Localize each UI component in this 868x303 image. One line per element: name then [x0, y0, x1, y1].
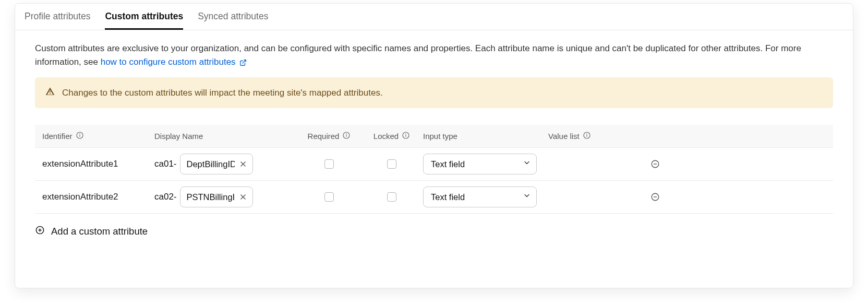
- content-area: Custom attributes are exclusive to your …: [15, 30, 853, 251]
- cell-actions: [640, 159, 671, 169]
- display-name-input-wrapper: [180, 154, 253, 174]
- info-icon[interactable]: [402, 131, 410, 141]
- display-name-input[interactable]: [187, 159, 235, 169]
- col-identifier: Identifier: [42, 131, 154, 141]
- col-locked-label: Locked: [373, 132, 399, 141]
- add-custom-attribute-button[interactable]: Add a custom attribute: [35, 214, 833, 238]
- cell-locked: [360, 192, 423, 202]
- cell-actions: [640, 192, 671, 202]
- tabs-bar: Profile attributes Custom attributes Syn…: [15, 4, 853, 30]
- chevron-down-icon: [523, 159, 531, 170]
- svg-point-6: [346, 134, 347, 134]
- table-header: Identifier Display Name Required: [35, 125, 833, 148]
- svg-point-3: [79, 134, 80, 134]
- col-value-list-label: Value list: [548, 132, 580, 141]
- learn-more-link-text: how to configure custom attributes: [101, 57, 236, 67]
- input-type-select[interactable]: Text field: [423, 187, 537, 207]
- tab-synced-attributes[interactable]: Synced attributes: [198, 11, 268, 30]
- description-text: Custom attributes are exclusive to your …: [35, 30, 833, 77]
- info-icon[interactable]: [342, 131, 351, 141]
- cell-identifier: extensionAttribute1: [42, 159, 154, 169]
- cell-required: [298, 192, 360, 202]
- svg-point-12: [586, 134, 587, 134]
- display-name-input-wrapper: [180, 187, 253, 207]
- col-input-type: Input type: [423, 131, 548, 141]
- learn-more-link[interactable]: how to configure custom attributes: [101, 57, 247, 67]
- display-name-input[interactable]: [187, 192, 235, 202]
- clear-icon[interactable]: [238, 159, 248, 169]
- cell-display-name: ca01-: [154, 154, 298, 174]
- col-required-label: Required: [308, 132, 340, 141]
- remove-row-button[interactable]: [650, 192, 660, 202]
- info-icon[interactable]: [76, 131, 84, 141]
- col-identifier-label: Identifier: [42, 132, 73, 141]
- cell-display-name: ca02-: [154, 187, 298, 207]
- required-checkbox[interactable]: [324, 192, 334, 202]
- display-name-prefix: ca01-: [154, 159, 177, 169]
- cell-input-type: Text field: [423, 154, 548, 174]
- cell-required: [298, 159, 360, 169]
- locked-checkbox[interactable]: [387, 192, 396, 202]
- tab-profile-attributes[interactable]: Profile attributes: [25, 11, 90, 30]
- cell-identifier: extensionAttribute2: [42, 192, 154, 202]
- table-row: extensionAttribute2 ca02-: [35, 181, 833, 214]
- input-type-value: Text field: [431, 159, 465, 169]
- chevron-down-icon: [523, 192, 531, 203]
- locked-checkbox[interactable]: [387, 159, 396, 169]
- cell-input-type: Text field: [423, 187, 548, 207]
- svg-line-0: [243, 60, 246, 63]
- col-actions: [640, 131, 671, 141]
- display-name-prefix: ca02-: [154, 192, 177, 202]
- col-value-list: Value list: [548, 131, 640, 141]
- warning-icon: [45, 87, 55, 99]
- col-locked: Locked: [360, 131, 423, 141]
- cell-locked: [360, 159, 423, 169]
- info-icon[interactable]: [583, 131, 591, 141]
- table-row: extensionAttribute1 ca01-: [35, 148, 833, 181]
- svg-point-9: [406, 134, 406, 134]
- col-display-name: Display Name: [154, 131, 298, 141]
- col-input-type-label: Input type: [423, 132, 457, 141]
- col-display-name-label: Display Name: [154, 132, 203, 141]
- tab-custom-attributes[interactable]: Custom attributes: [105, 11, 183, 30]
- col-required: Required: [298, 131, 360, 141]
- attributes-table: Identifier Display Name Required: [35, 125, 833, 214]
- warning-text: Changes to the custom attributes will im…: [62, 88, 383, 98]
- remove-row-button[interactable]: [650, 159, 660, 169]
- custom-attributes-panel: Profile attributes Custom attributes Syn…: [15, 3, 853, 288]
- external-link-icon: [239, 57, 247, 71]
- warning-banner: Changes to the custom attributes will im…: [35, 77, 833, 108]
- plus-circle-icon: [35, 225, 45, 238]
- required-checkbox[interactable]: [324, 159, 334, 169]
- input-type-select[interactable]: Text field: [423, 154, 537, 174]
- clear-icon[interactable]: [238, 192, 248, 202]
- input-type-value: Text field: [431, 192, 465, 202]
- add-custom-attribute-label: Add a custom attribute: [51, 226, 148, 237]
